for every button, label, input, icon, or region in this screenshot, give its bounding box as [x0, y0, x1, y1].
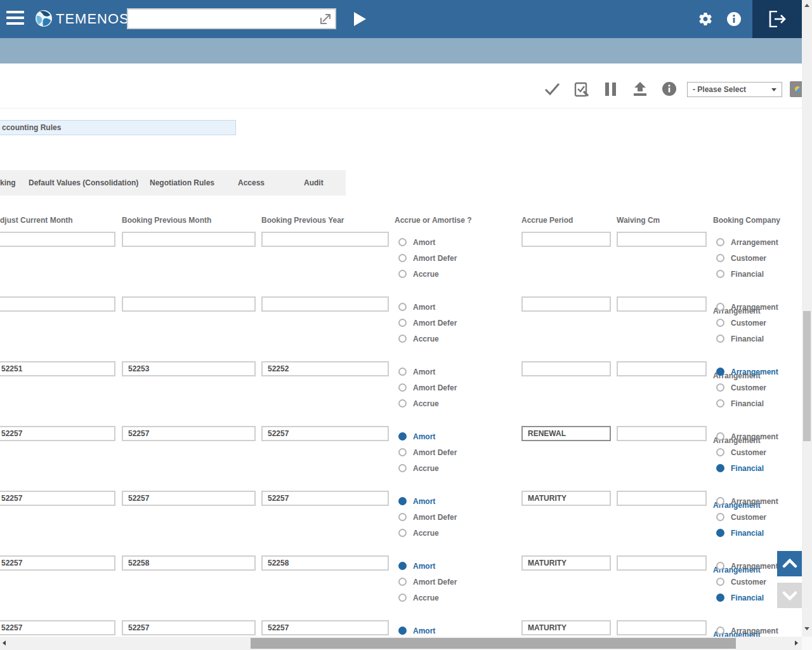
radio-circle-icon[interactable] [716, 562, 724, 570]
hold-pause-icon[interactable] [605, 82, 617, 99]
booking-previous-year-input[interactable] [261, 426, 389, 441]
booking-company-radio-customer[interactable]: Customer [716, 444, 766, 460]
booking-company-radio-customer[interactable]: Customer [716, 250, 766, 266]
radio-circle-icon[interactable] [716, 627, 724, 635]
accrue-amortise-radio-accrue[interactable]: Accrue [398, 525, 439, 541]
accrue-period-input[interactable] [521, 296, 611, 312]
radio-circle-icon[interactable] [398, 578, 407, 586]
booking-previous-month-input[interactable] [122, 491, 256, 506]
scroll-down-arrow-icon[interactable] [804, 627, 809, 630]
radio-circle-icon[interactable] [716, 270, 724, 278]
adjust-current-month-input[interactable] [0, 361, 115, 376]
booking-company-radio-financial-arrangement[interactable]: Financial [716, 331, 764, 347]
booking-previous-month-input[interactable] [122, 361, 256, 376]
accrue-amortise-radio-amort[interactable]: Amort [398, 234, 435, 250]
booking-company-radio-financial-arrangement[interactable]: Financial [716, 525, 764, 541]
accrue-amortise-radio-accrue[interactable]: Accrue [398, 590, 439, 606]
booking-company-radio-customer[interactable]: Customer [716, 509, 766, 525]
booking-company-radio-arrangement[interactable]: Arrangement [716, 299, 778, 315]
accrue-period-input[interactable] [521, 426, 611, 441]
commit-document-check-icon[interactable] [574, 82, 589, 100]
booking-previous-year-input[interactable] [261, 555, 389, 571]
booking-previous-month-input[interactable] [122, 555, 256, 571]
accrue-amortise-radio-accrue[interactable]: Accrue [398, 331, 439, 347]
radio-circle-icon[interactable] [716, 335, 724, 343]
booking-previous-year-input[interactable] [261, 491, 389, 506]
radio-circle-icon[interactable] [716, 448, 724, 456]
accrue-amortise-radio-amort[interactable]: Amort [398, 558, 435, 574]
adjust-current-month-input[interactable] [0, 491, 115, 506]
search-go-icon[interactable] [320, 13, 332, 27]
booking-company-radio-customer[interactable]: Customer [716, 315, 766, 331]
tab-negotiation-rules[interactable]: Negotiation Rules [150, 170, 214, 196]
booking-company-radio-financial-arrangement[interactable]: Financial [716, 395, 764, 411]
radio-circle-icon[interactable] [716, 319, 724, 327]
adjust-current-month-input[interactable] [0, 296, 115, 312]
booking-company-radio-financial-arrangement[interactable]: Financial [716, 266, 764, 282]
booking-previous-month-input[interactable] [122, 426, 256, 441]
tab-default-values-consolidation[interactable]: Default Values (Consolidation) [29, 170, 138, 196]
waiving-cm-input[interactable] [617, 296, 707, 312]
radio-circle-icon[interactable] [398, 303, 407, 311]
tab-access[interactable]: Access [238, 170, 265, 196]
radio-circle-icon[interactable] [716, 529, 724, 537]
accrue-period-input[interactable] [521, 232, 611, 247]
radio-circle-icon[interactable] [398, 529, 407, 537]
info-icon[interactable] [662, 82, 676, 98]
radio-circle-icon[interactable] [716, 399, 724, 408]
booking-company-radio-arrangement[interactable]: Arrangement [716, 493, 778, 509]
validate-check-icon[interactable] [544, 82, 560, 98]
accrue-period-input[interactable] [521, 555, 611, 571]
radio-circle-icon[interactable] [716, 238, 724, 246]
scroll-left-arrow-icon[interactable] [3, 640, 6, 646]
help-info-icon[interactable] [726, 11, 742, 29]
scroll-right-arrow-icon[interactable] [795, 640, 798, 646]
booking-company-radio-arrangement[interactable]: Arrangement [716, 234, 778, 250]
accrue-period-input[interactable] [521, 620, 611, 635]
radio-circle-icon[interactable] [398, 383, 407, 392]
vertical-scrollbar-thumb[interactable] [803, 311, 811, 441]
waiving-cm-input[interactable] [617, 555, 707, 571]
radio-circle-icon[interactable] [398, 238, 407, 246]
radio-circle-icon[interactable] [716, 368, 724, 376]
accrue-amortise-radio-amort-defer[interactable]: Amort Defer [398, 574, 457, 590]
scroll-to-top-button[interactable] [777, 551, 802, 576]
action-select-dropdown[interactable]: - Please Select [687, 82, 782, 97]
radio-circle-icon[interactable] [716, 594, 724, 602]
accrue-amortise-radio-amort-defer[interactable]: Amort Defer [398, 509, 457, 525]
vertical-scrollbar[interactable] [802, 0, 812, 650]
booking-company-radio-arrangement[interactable]: Arrangement [716, 364, 778, 380]
adjust-current-month-input[interactable] [0, 426, 115, 441]
radio-circle-icon[interactable] [398, 399, 407, 408]
radio-circle-icon[interactable] [398, 319, 407, 327]
radio-circle-icon[interactable] [398, 270, 407, 278]
accrue-amortise-radio-amort-defer[interactable]: Amort Defer [398, 250, 457, 266]
hamburger-menu-icon[interactable] [6, 11, 25, 27]
scroll-up-arrow-icon[interactable] [804, 4, 809, 7]
accrue-amortise-radio-accrue[interactable]: Accrue [398, 460, 439, 476]
accrue-amortise-radio-accrue[interactable]: Accrue [398, 266, 439, 282]
radio-circle-icon[interactable] [398, 594, 407, 602]
adjust-current-month-input[interactable] [0, 232, 115, 247]
radio-circle-icon[interactable] [398, 562, 407, 570]
waiving-cm-input[interactable] [617, 361, 707, 376]
radio-circle-icon[interactable] [716, 578, 724, 586]
booking-previous-month-input[interactable] [122, 296, 256, 312]
accrue-amortise-radio-amort[interactable]: Amort [398, 299, 435, 315]
booking-company-radio-financial-arrangement[interactable]: Financial [716, 460, 764, 476]
booking-previous-year-input[interactable] [261, 232, 389, 247]
accrue-amortise-radio-amort[interactable]: Amort [398, 493, 435, 509]
horizontal-scrollbar-thumb[interactable] [251, 638, 736, 649]
adjust-current-month-input[interactable] [0, 555, 115, 571]
scroll-to-bottom-button[interactable] [777, 583, 802, 608]
radio-circle-icon[interactable] [716, 513, 724, 521]
accrue-amortise-radio-amort-defer[interactable]: Amort Defer [398, 380, 457, 395]
radio-circle-icon[interactable] [716, 497, 724, 505]
accrue-period-input[interactable] [521, 491, 611, 506]
accrue-amortise-radio-amort-defer[interactable]: Amort Defer [398, 315, 457, 331]
accrue-amortise-radio-amort-defer[interactable]: Amort Defer [398, 444, 457, 460]
horizontal-scrollbar[interactable] [0, 637, 802, 650]
radio-circle-icon[interactable] [716, 432, 724, 441]
waiving-cm-input[interactable] [617, 491, 707, 506]
radio-circle-icon[interactable] [398, 464, 407, 472]
